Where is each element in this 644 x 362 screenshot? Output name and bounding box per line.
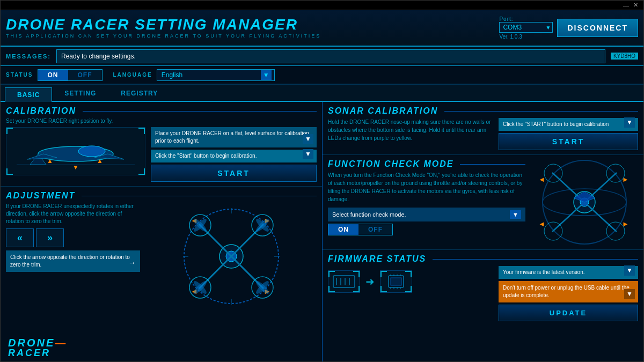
sonar-right: Click the "START" button to begin calibr… (499, 118, 638, 150)
firmware-visual: ➜ (328, 270, 494, 293)
firmware-box-left (328, 270, 360, 293)
svg-text:◄: ◄ (538, 175, 545, 183)
fcm-drone-area: ◄ ► ◄ ► (536, 159, 633, 245)
footer-logo: DRONE— RACER (8, 337, 67, 358)
minimize-button[interactable]: — (621, 2, 631, 9)
status-toggle-group: ON OFF (38, 69, 103, 81)
calibration-desc: Set your DRONE RACER right position to f… (6, 118, 317, 124)
sonar-desc: Hold the DRONE RACER nose-up making sure… (328, 118, 494, 150)
adjustment-right-arrow-button[interactable]: » (36, 228, 64, 247)
logo-drone-text: DRONE— (8, 337, 67, 348)
firmware-section: FIRMWARE STATUS (323, 250, 643, 362)
calibration-inner: ▲ ▼ ▲ Place your DRONE RACER on a flat, … (6, 127, 317, 182)
tab-setting[interactable]: SETTING (52, 86, 108, 101)
sonar-section: SONAR CALIBRATION Hold the DRONE RACER n… (323, 102, 643, 155)
fcm-drone-svg: ◄ ► ◄ ► (536, 154, 633, 250)
drone-side-svg: ▲ ▼ ▲ (11, 130, 140, 173)
svg-text:▼: ▼ (72, 164, 79, 171)
svg-text:▲: ▲ (47, 157, 53, 165)
sonar-info-box: Click the "START" button to begin calibr… (499, 118, 638, 131)
port-select-wrapper: COM3 ▼ (499, 22, 553, 33)
svg-point-2 (78, 146, 105, 157)
fcm-select-text: Select function check mode. (332, 211, 406, 218)
close-button[interactable]: ✕ (631, 2, 640, 9)
firmware-warning-arrow-icon: ▼ (624, 289, 635, 299)
fcm-toggle-group: ON OFF (328, 224, 393, 235)
main-content: CALIBRATION Set your DRONE RACER right p… (1, 102, 643, 362)
language-select[interactable]: English (157, 69, 275, 81)
adjustment-section: ADJUSTMENT If your DRONE RACER unexpecte… (1, 187, 322, 362)
adjustment-left: If your DRONE RACER unexpectedly rotates… (6, 203, 140, 310)
firmware-title: FIRMWARE STATUS (328, 254, 638, 264)
calibration-title: CALIBRATION (6, 106, 317, 116)
firmware-info-box: Your firmware is the latest version. ▼ (499, 266, 638, 279)
fcm-title: FUNCTION CHECK MODE (328, 159, 525, 169)
svg-text:▲: ▲ (97, 157, 103, 165)
firmware-info-arrow-icon: ▼ (624, 265, 635, 276)
fcm-left: FUNCTION CHECK MODE When you turn the Fu… (328, 159, 525, 245)
calibration-drone-area: ▲ ▼ ▲ (6, 127, 145, 175)
calibration-start-button[interactable]: START (151, 165, 317, 182)
usb-icon-svg (332, 274, 356, 290)
adjustment-arrows: « » (6, 228, 140, 247)
firmware-right: Your firmware is the latest version. ▼ D… (499, 266, 638, 321)
adjustment-desc: If your DRONE RACER unexpectedly rotates… (6, 203, 140, 225)
sonar-inner: Hold the DRONE RACER nose-up making sure… (328, 118, 638, 150)
calibration-steps: Place your DRONE RACER on a flat, level … (151, 127, 317, 182)
tab-registry[interactable]: REGISTRY (108, 86, 170, 101)
calibration-step2: Click the "Start" button to begin calibr… (151, 150, 317, 162)
tab-basic[interactable]: BASIC (5, 87, 52, 102)
hint-arrow-icon: → (128, 258, 136, 269)
fcm-select-arrow-icon: ▼ (510, 210, 521, 219)
adjustment-left-arrow-button[interactable]: « (6, 228, 34, 247)
header-right: Port: COM3 ▼ Ver. 1.0.3 DISCONNECT (499, 16, 638, 40)
port-select[interactable]: COM3 (499, 22, 553, 33)
fcm-on-button[interactable]: ON (328, 224, 358, 235)
svg-line-46 (584, 202, 617, 232)
fcm-right: ◄ ► ◄ ► (531, 159, 638, 245)
status-block: STATUS ON OFF (6, 69, 103, 81)
svg-text:◄: ◄ (538, 220, 545, 228)
status-on-button[interactable]: ON (38, 70, 68, 80)
step2-arrow-icon: ▼ (303, 149, 313, 159)
status-lang-row: STATUS ON OFF LANGUAGE English ▼ (1, 66, 643, 84)
tabs-row: BASIC SETTING REGISTRY (1, 85, 643, 102)
fcm-select-box[interactable]: Select function check mode. ▼ (328, 208, 525, 221)
svg-rect-59 (391, 278, 401, 285)
version-text: Ver. 1.0.3 (499, 34, 522, 40)
logo-racer-text: RACER (8, 348, 67, 358)
fcm-desc: When you turn the Function Check Mode "O… (328, 171, 525, 203)
header-title-block: DRONE RACER SETTING MANAGER THIS APPLICA… (6, 17, 494, 39)
sonar-start-button[interactable]: START (499, 133, 638, 150)
sonar-info-arrow-icon: ▼ (624, 117, 635, 128)
chip-icon-svg (384, 274, 408, 290)
sonar-title: SONAR CALIBRATION (328, 106, 638, 116)
firmware-update-button[interactable]: UPDATE (499, 305, 638, 321)
messages-bar: MESSAGES: Ready to change settings. KYD8… (1, 47, 643, 66)
language-label: LANGUAGE (113, 72, 152, 78)
drone-top-svg: ◄ ► ◄ ► (178, 203, 285, 310)
port-block: Port: COM3 ▼ Ver. 1.0.3 (499, 16, 553, 40)
adjustment-inner: If your DRONE RACER unexpectedly rotates… (6, 203, 317, 310)
right-panel: SONAR CALIBRATION Hold the DRONE RACER n… (323, 102, 643, 362)
messages-id: KYD8HO (611, 53, 638, 60)
adjustment-hint-box: Click the arrow opposite the direction o… (6, 250, 140, 272)
disconnect-button[interactable]: DISCONNECT (557, 19, 638, 37)
drone-top-area: ◄ ► ◄ ► (145, 203, 317, 310)
firmware-warning-box: Don't turn off power or unplug the USB c… (499, 281, 638, 302)
fcm-section: FUNCTION CHECK MODE When you turn the Fu… (323, 155, 643, 250)
messages-label: MESSAGES: (6, 53, 51, 60)
adjustment-title: ADJUSTMENT (6, 191, 317, 201)
status-off-button[interactable]: OFF (68, 70, 102, 80)
left-panel: CALIBRATION Set your DRONE RACER right p… (1, 102, 323, 362)
app-title: DRONE RACER SETTING MANAGER (6, 17, 494, 32)
calibration-step1: Place your DRONE RACER on a flat, level … (151, 127, 317, 147)
transfer-arrow-icon: ➜ (365, 275, 375, 288)
svg-line-45 (552, 202, 584, 232)
language-block: LANGUAGE English ▼ (113, 69, 275, 81)
step1-arrow-icon: ▼ (303, 134, 313, 144)
fcm-off-button[interactable]: OFF (358, 224, 392, 235)
header: DRONE RACER SETTING MANAGER THIS APPLICA… (1, 10, 643, 47)
svg-text:►: ► (622, 175, 629, 183)
messages-text: Ready to change settings. (61, 53, 136, 60)
